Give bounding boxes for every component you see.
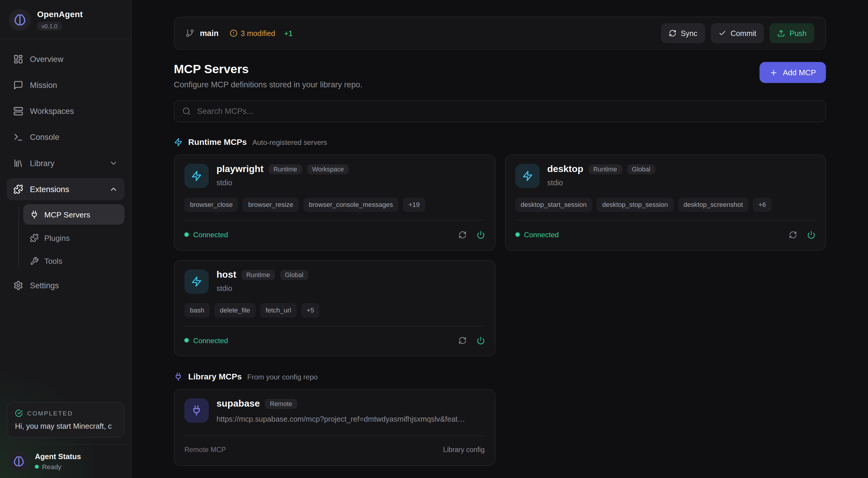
agent-status-value: Ready: [42, 463, 61, 470]
tool-pill: fetch_url: [260, 303, 297, 318]
check-icon: [718, 29, 726, 37]
search-icon: [182, 107, 191, 116]
mcp-card-playwright: playwright Runtime Workspace stdio brows…: [174, 154, 495, 251]
app-title: OpenAgent: [37, 9, 83, 19]
tool-pill: desktop_start_session: [515, 197, 592, 212]
sidebar-item-label: Console: [30, 133, 59, 141]
sidebar-header: OpenAgent v0.1.0: [0, 0, 131, 39]
agent-status-footer: Agent Status Ready: [0, 444, 131, 478]
sidebar-item-label: Extensions: [30, 185, 69, 194]
sidebar-item-tools[interactable]: Tools: [23, 251, 125, 271]
mcp-transport: stdio: [547, 179, 655, 187]
puzzle-icon: [13, 184, 23, 194]
runtime-mcp-grid: playwright Runtime Workspace stdio brows…: [174, 154, 826, 356]
status-dot: [184, 232, 189, 237]
refresh-icon[interactable]: [458, 230, 466, 239]
sidebar-item-label: Overview: [30, 55, 63, 64]
brain-icon: [14, 14, 26, 26]
modified-indicator: 3 modified: [230, 29, 275, 37]
sidebar-bottom: COMPLETED Hi, you may start Minecraft, c: [0, 396, 131, 444]
plug-icon: [30, 210, 39, 219]
zap-icon: [515, 164, 540, 188]
tool-pill: browser_resize: [243, 197, 299, 212]
zap-icon: [184, 164, 209, 188]
modified-count: 3 modified: [241, 29, 275, 37]
section-title: Library MCPs: [188, 372, 242, 381]
mcp-transport: stdio: [216, 179, 349, 187]
git-branch-icon: [185, 29, 194, 38]
add-mcp-button[interactable]: Add MCP: [760, 62, 826, 83]
version-badge: v0.1.0: [37, 22, 62, 30]
tool-pill: bash: [184, 303, 210, 318]
added-count: +1: [284, 29, 292, 37]
sidebar-nav: Overview Mission Workspaces Console Libr…: [0, 39, 131, 300]
plug-icon: [184, 398, 209, 423]
power-icon[interactable]: [476, 336, 485, 344]
search-input[interactable]: [197, 107, 818, 116]
status-dot: [35, 465, 39, 469]
mcp-card-desktop: desktop Runtime Global stdio desktop_sta…: [504, 154, 826, 251]
mcp-badge: Workspace: [307, 164, 349, 174]
alert-circle-icon: [230, 29, 237, 37]
mcp-status: Connected: [193, 336, 228, 344]
zap-icon: [174, 137, 183, 146]
sidebar-item-overview[interactable]: Overview: [7, 48, 125, 70]
section-subtitle: Auto-registered servers: [252, 138, 327, 147]
task-status-card[interactable]: COMPLETED Hi, you may start Minecraft, c: [7, 402, 125, 438]
runtime-section-header: Runtime MCPs Auto-registered servers: [174, 137, 826, 147]
mcp-footer-type: Remote MCP: [184, 446, 226, 453]
mcp-name: desktop: [547, 164, 583, 175]
sidebar-item-settings[interactable]: Settings: [7, 275, 125, 296]
mcp-name: host: [216, 269, 236, 281]
task-status-message: Hi, you may start Minecraft, c: [15, 422, 116, 431]
mcp-badge: Runtime: [268, 164, 302, 174]
refresh-icon[interactable]: [789, 230, 797, 239]
app-window: OpenAgent v0.1.0 Overview Mission Worksp…: [0, 0, 868, 478]
main-content: main 3 modified +1 Sync Commit: [132, 0, 868, 478]
power-icon[interactable]: [807, 230, 815, 239]
sidebar-item-extensions[interactable]: Extensions: [7, 178, 125, 200]
mcp-name: playwright: [216, 164, 264, 175]
mcp-name: supabase: [216, 398, 260, 410]
mcp-transport: stdio: [216, 284, 308, 293]
plus-icon: [769, 68, 778, 77]
mcp-badge: Runtime: [588, 164, 622, 174]
library-icon: [13, 158, 23, 168]
push-button[interactable]: Push: [770, 23, 814, 43]
tool-pill: desktop_stop_session: [597, 197, 674, 212]
sidebar-item-workspaces[interactable]: Workspaces: [7, 100, 125, 122]
refresh-icon[interactable]: [458, 336, 466, 344]
git-status-bar: main 3 modified +1 Sync Commit: [174, 17, 826, 50]
puzzle-icon: [30, 233, 39, 242]
status-dot: [515, 232, 520, 237]
sidebar-item-console[interactable]: Console: [7, 126, 125, 149]
wrench-icon: [30, 256, 39, 265]
dashboard-icon: [13, 54, 23, 64]
push-label: Push: [789, 29, 807, 37]
gear-icon: [13, 281, 23, 291]
zap-icon: [184, 269, 209, 294]
section-title: Runtime MCPs: [188, 137, 247, 147]
tool-pill: browser_close: [184, 197, 238, 212]
mcp-status: Connected: [524, 230, 559, 239]
upload-icon: [777, 29, 785, 37]
tool-pill: browser_console_messages: [303, 197, 399, 212]
branch-name: main: [200, 29, 218, 38]
chevron-down-icon: [109, 159, 118, 168]
sidebar-item-mission[interactable]: Mission: [7, 74, 125, 96]
page-title: MCP Servers: [174, 62, 363, 76]
sidebar-item-mcp-servers[interactable]: MCP Servers: [23, 204, 125, 225]
sidebar-item-label: Mission: [30, 81, 57, 90]
commit-label: Commit: [731, 29, 756, 37]
sidebar-item-plugins[interactable]: Plugins: [23, 227, 125, 248]
mcp-badge: Global: [280, 270, 308, 280]
extensions-subnav: MCP Servers Plugins Tools: [7, 204, 125, 271]
sidebar-item-label: Library: [30, 159, 54, 168]
commit-button[interactable]: Commit: [711, 23, 764, 43]
power-icon[interactable]: [476, 230, 485, 239]
refresh-icon: [669, 29, 676, 37]
sync-button[interactable]: Sync: [661, 23, 705, 43]
sidebar-item-library[interactable]: Library: [7, 152, 125, 174]
tool-pill-more: +19: [403, 197, 426, 212]
page-header: MCP Servers Configure MCP definitions st…: [174, 62, 826, 89]
